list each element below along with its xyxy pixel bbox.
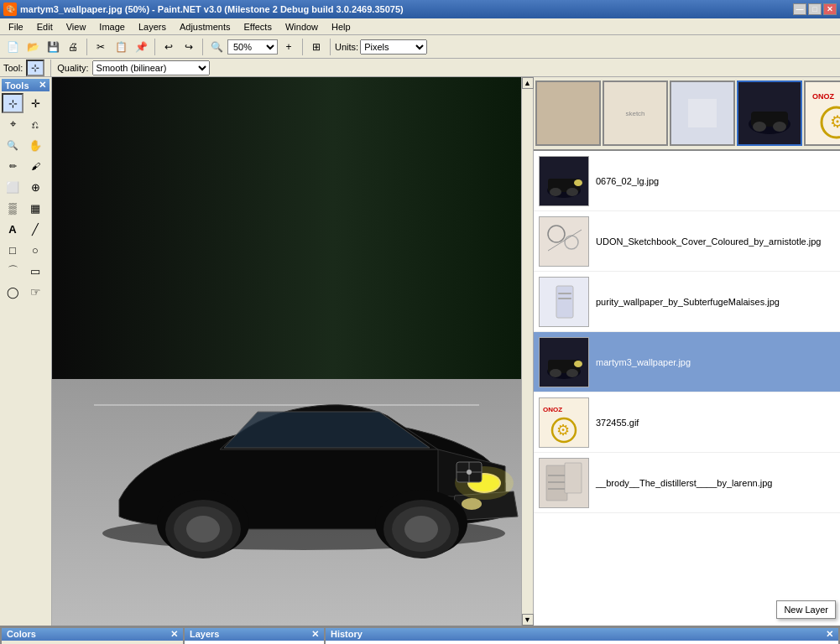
file-name-5: 372455.gif [596,418,639,428]
svg-text:ONOZ: ONOZ [812,92,835,101]
lasso-tool[interactable]: ⌖ [2,114,23,134]
pencil-tool[interactable]: ✏ [2,156,23,176]
thumb-item-5[interactable]: ONOZ ⚙ [804,80,840,146]
minimize-button[interactable]: — [793,3,806,15]
thumb-item-1[interactable] [535,80,601,146]
move-selection-tool[interactable]: ✛ [24,93,46,113]
svg-point-12 [186,516,220,543]
undo-button[interactable]: ↩ [159,38,178,56]
hand-tool[interactable]: ☞ [24,282,46,302]
zoom-out-button[interactable]: 🔍 [207,38,226,56]
paste-button[interactable]: 📌 [132,38,150,56]
paintbrush-tool[interactable]: 🖌 [24,156,46,176]
file-browser: sketch [534,77,840,626]
zoom-tool[interactable]: 🔍 [2,135,23,155]
layers-panel-title: Layers ✕ [185,628,324,641]
thumb-item-4[interactable] [737,80,802,146]
ellipse-tool[interactable]: ○ [24,240,46,260]
scroll-up-button[interactable]: ▲ [522,77,534,89]
colors-title-label: Colors [7,629,36,640]
menu-item-layers[interactable]: Layers [132,20,173,34]
layers-body: BLAH BLBLAH BL Layer 2 Background ✓ [185,641,324,644]
print-button[interactable]: 🖨 [64,38,82,56]
zoom-select[interactable]: 50%100%200% [227,39,278,55]
grid-button[interactable]: ⊞ [307,38,326,56]
window-title: martym3_wallpaper.jpg (50%) - Paint.NET … [20,4,404,14]
selection-rect-tool[interactable]: ▭ [24,261,46,281]
menu-item-effects[interactable]: Effects [237,20,279,34]
svg-text:ONOZ: ONOZ [543,406,562,413]
file-item-5[interactable]: ONOZ ⚙ 372455.gif [534,392,840,453]
text-tool[interactable]: A [2,219,23,239]
file-item-2[interactable]: UDON_Sketchbook_Cover_Coloured_by_arnist… [534,211,840,272]
svg-text:⚙: ⚙ [556,422,570,439]
colors-close-icon[interactable]: ✕ [170,629,178,640]
tools-close-icon[interactable]: ✕ [39,80,46,91]
svg-point-36 [566,188,578,196]
file-browser-scrollbar[interactable]: ▲ ▼ [522,77,534,626]
thumb-item-3[interactable] [670,80,735,146]
gradient-tool[interactable]: ▦ [24,198,46,218]
sep4 [302,39,303,55]
menu-item-edit[interactable]: Edit [30,20,60,34]
layers-panel: Layers ✕ BLAH BLBLAH BL Layer 2 [185,626,326,644]
colors-body: PrimarySecondary More >> [2,641,183,644]
scroll-down-button[interactable]: ▼ [522,614,534,626]
menu-item-image[interactable]: Image [92,20,132,34]
history-close-icon[interactable]: ✕ [826,629,833,640]
menu-item-help[interactable]: Help [325,20,357,34]
sep6 [50,60,51,76]
file-item-6[interactable]: __brody__The_distillerst____by_larenn.jp… [534,453,840,513]
menu-item-adjustments[interactable]: Adjustments [173,20,237,34]
line-tool[interactable]: ╱ [24,219,46,239]
titlebar-buttons[interactable]: — □ ✕ [793,3,837,15]
clone-stamp-tool[interactable]: ⊕ [24,177,46,197]
file-item-3[interactable]: purity_wallpaper_by_SubterfugeMalaises.j… [534,272,840,332]
right-panel: ▲ ▼ sketch [521,77,840,626]
selection-ellipse-tool[interactable]: ◯ [2,282,23,302]
file-name-3: purity_wallpaper_by_SubterfugeMalaises.j… [596,297,780,307]
file-item-1[interactable]: 0676_02_lg.jpg [534,151,840,211]
layers-close-icon[interactable]: ✕ [311,629,319,640]
titlebar-left: 🎨 martym3_wallpaper.jpg (50%) - Paint.NE… [3,3,404,16]
history-item-1[interactable]: 📂 Open Image [326,641,838,644]
file-item-4[interactable]: martym3_wallpaper.jpg [534,332,840,392]
pan-tool[interactable]: ✋ [24,135,46,155]
history-body: 📂 Open Image A New Layer A Text A Text A… [326,641,838,644]
sep1 [86,39,87,55]
menu-item-file[interactable]: File [2,20,30,34]
freeform-tool[interactable]: ⌒ [2,261,23,281]
move-pixels-tool[interactable]: ⊹ [2,93,23,113]
rectangle-tool[interactable]: □ [2,240,23,260]
quality-select[interactable]: Smooth (bilinear)Nearest Neighbor [92,60,210,75]
file-thumb-3 [539,277,589,327]
menu-item-window[interactable]: Window [279,20,325,34]
file-list: 0676_02_lg.jpg UDON_Sketchbook_Cover_Col… [534,151,840,626]
colors-panel-title: Colors ✕ [2,628,183,641]
paint-bucket-tool[interactable]: ▒ [2,198,23,218]
file-thumb-2 [539,216,589,267]
file-name-2: UDON_Sketchbook_Cover_Coloured_by_arnist… [596,236,821,247]
magic-wand-tool[interactable]: ⎌ [24,114,46,134]
menu-item-view[interactable]: View [60,20,93,34]
maximize-button[interactable]: □ [808,3,822,15]
layer-item-2[interactable]: BLAH BLBLAH BL Layer 2 [185,641,324,644]
file-name-4: martym3_wallpaper.jpg [596,357,691,367]
redo-button[interactable]: ↪ [180,38,198,56]
file-thumb-6 [539,458,589,508]
bottom-panels: Colors ✕ PrimarySecondary More >> [0,626,840,644]
units-select[interactable]: PixelsInchesCM [360,39,427,55]
save-button[interactable]: 💾 [44,38,62,56]
eraser-tool[interactable]: ⬜ [2,177,23,197]
thumb-item-2[interactable]: sketch [603,80,668,146]
svg-rect-43 [556,286,573,318]
open-button[interactable]: 📂 [23,38,42,56]
zoom-in-button[interactable]: + [279,38,298,56]
copy-button[interactable]: 📋 [112,38,130,56]
car-svg [69,315,521,584]
close-button[interactable]: ✕ [823,3,837,15]
tool-label: Tool: [3,63,23,73]
new-button[interactable]: 📄 [3,38,22,56]
layers-title-label: Layers [190,629,219,640]
cut-button[interactable]: ✂ [91,38,110,56]
